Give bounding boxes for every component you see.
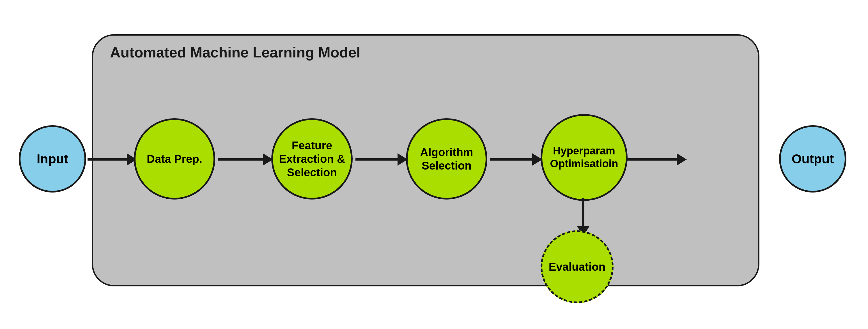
arrow-5 — [626, 153, 687, 166]
automl-title: Automated Machine Learning Model — [110, 44, 361, 61]
diagram-scene: Automated Machine Learning Model Input D… — [13, 18, 855, 311]
arrow-1-line — [88, 158, 127, 161]
arrow-5-head — [677, 153, 687, 166]
output-circle: Output — [779, 125, 846, 193]
evaluation-label: Evaluation — [549, 261, 606, 273]
arrow-vert-line — [582, 198, 584, 226]
algorithm-node: Algorithm Selection — [406, 118, 487, 200]
input-node: Input — [19, 125, 86, 193]
input-circle: Input — [19, 125, 86, 193]
feature-label: Feature Extraction & Selection — [273, 139, 351, 179]
output-label: Output — [792, 151, 834, 166]
arrow-5-line — [626, 158, 677, 161]
arrow-2-line — [218, 158, 263, 161]
evaluation-circle: Evaluation — [540, 230, 614, 303]
arrow-4-line — [490, 158, 532, 161]
arrow-3-line — [355, 158, 398, 161]
evaluation-node: Evaluation — [540, 230, 614, 303]
algorithm-label: Algorithm Selection — [408, 145, 486, 172]
dataprep-label: Data Prep. — [147, 152, 202, 166]
hyperparam-node: Hyperparam Optimisatioin — [540, 114, 627, 201]
hyperparam-label: Hyperparam Optimisatioin — [542, 144, 626, 170]
arrow-1 — [88, 153, 137, 166]
arrow-3 — [355, 153, 408, 166]
feature-circle: Feature Extraction & Selection — [271, 118, 353, 200]
hyperparam-circle: Hyperparam Optimisatioin — [540, 114, 627, 201]
output-node: Output — [779, 125, 846, 193]
arrow-4 — [490, 153, 542, 166]
feature-node: Feature Extraction & Selection — [271, 118, 353, 200]
algorithm-circle: Algorithm Selection — [406, 118, 487, 200]
dataprep-node: Data Prep. — [134, 118, 215, 200]
arrow-2 — [218, 153, 273, 166]
dataprep-circle: Data Prep. — [134, 118, 215, 200]
input-label: Input — [37, 151, 68, 166]
